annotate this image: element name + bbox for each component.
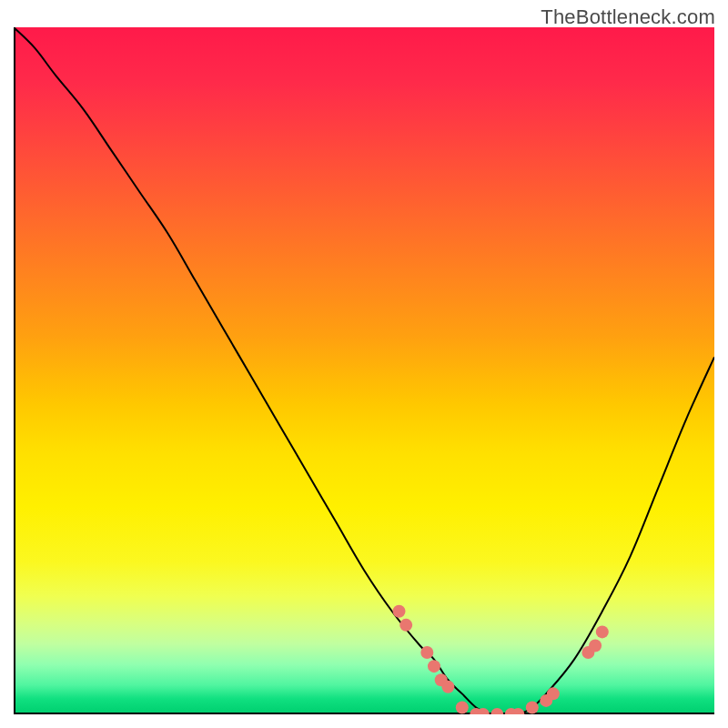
plot-area	[14, 27, 714, 714]
chart-container: TheBottleneck.com	[0, 0, 728, 728]
watermark-text: TheBottleneck.com	[541, 5, 715, 29]
